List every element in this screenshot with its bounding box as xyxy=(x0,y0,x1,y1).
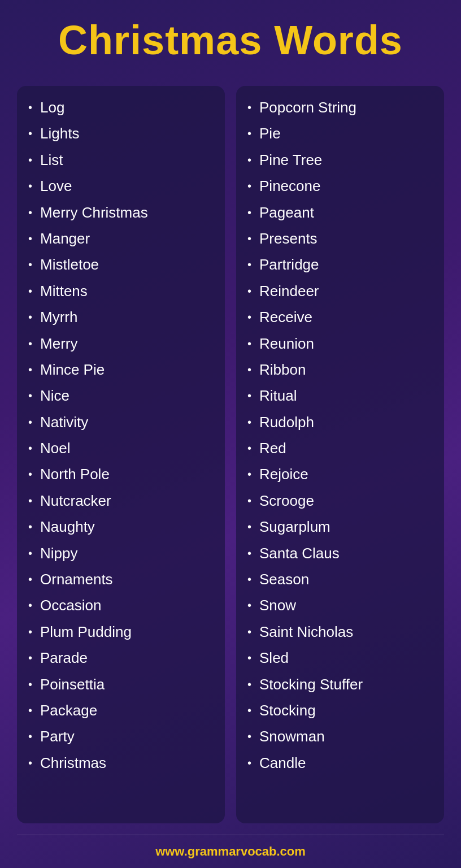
word-text: Lights xyxy=(40,123,79,144)
word-text: Plum Pudding xyxy=(40,622,132,642)
word-text: Mistletoe xyxy=(40,254,99,275)
list-item: •Log xyxy=(28,97,216,118)
word-text: Ribbon xyxy=(259,359,306,380)
bullet-icon: • xyxy=(247,99,251,115)
word-text: Red xyxy=(259,438,286,458)
list-item: •Scrooge xyxy=(247,491,435,511)
list-item: •Nativity xyxy=(28,412,216,432)
bullet-icon: • xyxy=(247,309,251,325)
bullet-icon: • xyxy=(247,152,251,168)
list-item: •Christmas xyxy=(28,753,216,773)
list-item: •Candle xyxy=(247,753,435,773)
bullet-icon: • xyxy=(28,728,32,744)
word-text: Manger xyxy=(40,228,90,249)
list-item: •Sled xyxy=(247,648,435,668)
word-text: Popcorn String xyxy=(259,97,356,118)
list-item: •Reindeer xyxy=(247,281,435,301)
word-text: Nice xyxy=(40,385,69,406)
list-item: •Naughty xyxy=(28,517,216,537)
bullet-icon: • xyxy=(28,624,32,640)
list-item: •Season xyxy=(247,569,435,589)
list-item: •Parade xyxy=(28,648,216,668)
bullet-icon: • xyxy=(28,362,32,377)
left-column: •Log•Lights•List•Love•Merry Christmas•Ma… xyxy=(17,86,225,823)
list-item: •Ornaments xyxy=(28,569,216,589)
word-text: North Pole xyxy=(40,464,110,484)
word-text: Pie xyxy=(259,123,281,144)
word-text: Ritual xyxy=(259,385,297,406)
bullet-icon: • xyxy=(28,650,32,666)
bullet-icon: • xyxy=(28,676,32,692)
bullet-icon: • xyxy=(247,231,251,246)
list-item: •Rudolph xyxy=(247,412,435,432)
bullet-icon: • xyxy=(28,388,32,403)
list-item: •Occasion xyxy=(28,595,216,615)
word-text: Nippy xyxy=(40,543,77,563)
bullet-icon: • xyxy=(247,414,251,430)
word-text: Nutcracker xyxy=(40,491,111,511)
word-text: Candle xyxy=(259,753,306,773)
list-item: •Popcorn String xyxy=(247,97,435,118)
word-text: Occasion xyxy=(40,595,101,615)
word-text: Rejoice xyxy=(259,464,308,484)
word-text: Poinsettia xyxy=(40,674,105,695)
list-item: •Nutcracker xyxy=(28,491,216,511)
bullet-icon: • xyxy=(28,178,32,194)
list-item: •Receive xyxy=(247,307,435,327)
word-text: Mittens xyxy=(40,281,88,301)
word-text: Snowman xyxy=(259,726,325,747)
bullet-icon: • xyxy=(247,493,251,509)
bullet-icon: • xyxy=(28,309,32,325)
footer-url: www.grammarvocab.com xyxy=(155,844,306,858)
bullet-icon: • xyxy=(247,466,251,482)
word-text: Christmas xyxy=(40,753,106,773)
bullet-icon: • xyxy=(247,283,251,299)
word-text: Season xyxy=(259,569,309,589)
list-item: •Nice xyxy=(28,385,216,406)
word-text: Parade xyxy=(40,648,88,668)
word-text: Naughty xyxy=(40,517,95,537)
list-item: •Stocking Stuffer xyxy=(247,674,435,695)
list-item: •Merry Christmas xyxy=(28,202,216,223)
bullet-icon: • xyxy=(28,231,32,246)
bullet-icon: • xyxy=(247,388,251,403)
word-text: Reunion xyxy=(259,333,314,354)
bullet-icon: • xyxy=(28,597,32,613)
word-text: Pageant xyxy=(259,202,314,223)
list-item: •Poinsettia xyxy=(28,674,216,695)
bullet-icon: • xyxy=(28,152,32,168)
bullet-icon: • xyxy=(247,545,251,561)
columns-wrapper: •Log•Lights•List•Love•Merry Christmas•Ma… xyxy=(17,86,444,823)
list-item: •Pageant xyxy=(247,202,435,223)
bullet-icon: • xyxy=(247,362,251,377)
word-text: Log xyxy=(40,97,64,118)
list-item: •Mittens xyxy=(28,281,216,301)
word-text: Myrrh xyxy=(40,307,77,327)
bullet-icon: • xyxy=(247,178,251,194)
list-item: •Red xyxy=(247,438,435,458)
list-item: •Manger xyxy=(28,228,216,249)
list-item: •Pinecone xyxy=(247,176,435,196)
word-text: Noel xyxy=(40,438,70,458)
word-text: Mince Pie xyxy=(40,359,105,380)
word-text: Stocking Stuffer xyxy=(259,674,363,695)
bullet-icon: • xyxy=(28,205,32,220)
word-text: Receive xyxy=(259,307,312,327)
list-item: •Presents xyxy=(247,228,435,249)
list-item: •Pie xyxy=(247,123,435,144)
word-text: Scrooge xyxy=(259,491,314,511)
list-item: •Saint Nicholas xyxy=(247,622,435,642)
list-item: •Stocking xyxy=(247,700,435,721)
list-item: •Santa Claus xyxy=(247,543,435,563)
word-text: List xyxy=(40,150,63,170)
word-text: Saint Nicholas xyxy=(259,622,353,642)
bullet-icon: • xyxy=(247,755,251,771)
list-item: •Myrrh xyxy=(28,307,216,327)
list-item: •Package xyxy=(28,700,216,721)
right-column: •Popcorn String•Pie•Pine Tree•Pinecone•P… xyxy=(236,86,444,823)
bullet-icon: • xyxy=(28,336,32,351)
list-item: •Nippy xyxy=(28,543,216,563)
bullet-icon: • xyxy=(247,205,251,220)
bullet-icon: • xyxy=(28,257,32,272)
word-text: Rudolph xyxy=(259,412,314,432)
